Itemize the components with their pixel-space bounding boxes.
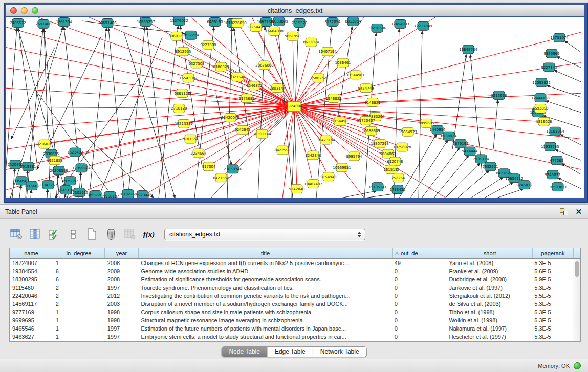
graph-node[interactable]: 20206556 bbox=[50, 166, 68, 175]
table-row[interactable]: 1830029562008Estimation of significance … bbox=[10, 275, 573, 283]
graph-node[interactable]: 19654923 bbox=[399, 127, 417, 136]
column-header-short[interactable]: short bbox=[447, 248, 533, 258]
graph-node[interactable]: 17359924 bbox=[72, 164, 91, 172]
table-row[interactable]: 977716911998Corpus callosum shape and si… bbox=[10, 308, 573, 316]
graph-node[interactable]: 15751074 bbox=[550, 33, 569, 42]
tab-network-table[interactable]: Network Table bbox=[313, 347, 366, 357]
graph-node[interactable]: 677265 bbox=[550, 156, 564, 165]
scrollbar-thumb[interactable] bbox=[575, 261, 579, 277]
table-selector-dropdown[interactable]: citations_edges.txt bbox=[164, 229, 365, 240]
graph-node[interactable]: 1921858 bbox=[47, 156, 62, 165]
citation-network-graph[interactable]: 2405572269140618613042069140610653257152… bbox=[6, 17, 584, 198]
graph-node[interactable]: 16543382 bbox=[179, 74, 198, 82]
graph-node[interactable]: 16033809 bbox=[270, 17, 288, 26]
network-canvas[interactable]: 2405572269140618613042069140610653257152… bbox=[6, 17, 584, 198]
graph-node[interactable]: 10407497 bbox=[304, 180, 322, 188]
graph-node[interactable]: 10969951 bbox=[333, 163, 351, 172]
graph-node[interactable]: 9975887 bbox=[62, 177, 78, 185]
column-header-pagerank[interactable]: pagerank bbox=[533, 248, 574, 258]
graph-node[interactable]: 2935114 bbox=[473, 155, 489, 163]
graph-node[interactable]: 16604098 bbox=[265, 27, 284, 35]
graph-node[interactable]: 23676068 bbox=[255, 61, 274, 70]
graph-node[interactable]: 917004 bbox=[202, 162, 216, 171]
graph-node[interactable]: 8132054 bbox=[324, 17, 341, 26]
graph-node[interactable]: 9327503 bbox=[188, 59, 204, 68]
graph-node[interactable]: 1946822 bbox=[325, 94, 341, 103]
column-visibility-icon[interactable] bbox=[28, 228, 42, 241]
function-builder-icon[interactable]: f(x) bbox=[142, 228, 156, 241]
graph-node[interactable]: 16648784 bbox=[459, 45, 477, 54]
graph-node[interactable]: 1861304 bbox=[56, 17, 72, 26]
graph-node[interactable]: 9216026 bbox=[36, 140, 52, 148]
graph-node[interactable]: 9899695 bbox=[418, 119, 434, 127]
graph-node[interactable]: 1615132 bbox=[383, 165, 399, 174]
table-row[interactable]: 1938455462009Genome-wide association stu… bbox=[10, 267, 573, 275]
graph-node[interactable]: 3919381 bbox=[20, 162, 36, 171]
graph-node[interactable]: 8215958 bbox=[491, 91, 507, 100]
graph-node[interactable]: 1316026 bbox=[536, 117, 552, 126]
delete-table-icon[interactable] bbox=[104, 228, 118, 241]
graph-node[interactable]: 8107554 bbox=[182, 135, 199, 143]
graph-node[interactable]: 20691406 bbox=[98, 18, 117, 27]
graph-node[interactable]: 9884067 bbox=[380, 149, 396, 158]
selection-mode-icon[interactable] bbox=[47, 228, 61, 241]
graph-node[interactable]: 10688609 bbox=[362, 126, 380, 135]
graph-node[interactable]: 19958187 bbox=[101, 192, 119, 198]
table-row[interactable]: 2242004622012Investigating the contribut… bbox=[10, 292, 573, 300]
import-table-icon[interactable] bbox=[123, 228, 137, 241]
graph-node[interactable]: 1154490 bbox=[332, 117, 347, 125]
new-table-icon[interactable] bbox=[85, 228, 99, 241]
column-header-in_degree[interactable]: in_degree bbox=[53, 248, 105, 258]
graph-node[interactable]: 9861128 bbox=[174, 89, 190, 98]
graph-node[interactable]: 9329966 bbox=[543, 49, 559, 58]
graph-node[interactable]: 252254 bbox=[391, 173, 405, 182]
graph-node[interactable]: 8186328 bbox=[213, 62, 229, 71]
graph-node[interactable]: 10593821 bbox=[549, 183, 567, 191]
graph-node[interactable]: 9245012 bbox=[516, 181, 532, 189]
graph-node[interactable]: 15135141 bbox=[368, 183, 387, 191]
graph-node[interactable]: 9146821 bbox=[364, 98, 380, 107]
table-row[interactable]: 946554611997Estimation of the future num… bbox=[10, 324, 573, 333]
graph-node[interactable]: 9242845 bbox=[234, 125, 250, 134]
graph-node[interactable]: 1115682 bbox=[24, 182, 39, 190]
graph-node[interactable]: 12103054 bbox=[546, 127, 564, 136]
memory-status-indicator[interactable] bbox=[574, 362, 581, 369]
table-settings-icon[interactable] bbox=[9, 228, 24, 241]
table-row[interactable]: 1456911722003Disruption of a novel membe… bbox=[10, 300, 573, 308]
column-header-out_de[interactable]: △out_de... bbox=[393, 248, 447, 258]
graph-node[interactable]: 9227343 bbox=[541, 63, 557, 72]
graph-node[interactable]: 7857224 bbox=[183, 31, 199, 39]
graph-node[interactable]: 6120746 bbox=[387, 157, 403, 166]
table-row[interactable]: 911546021997Tourette syndrome. Phenomeno… bbox=[10, 283, 573, 292]
graph-node[interactable]: 21053346 bbox=[224, 165, 242, 173]
graph-node[interactable]: 15276022 bbox=[170, 17, 188, 25]
close-panel-icon[interactable]: ✕ bbox=[575, 208, 582, 215]
graph-node[interactable]: 8912955 bbox=[175, 47, 191, 56]
graph-node[interactable]: 1086461 bbox=[335, 58, 351, 67]
graph-node[interactable]: 1593858 bbox=[532, 104, 548, 113]
graph-node[interactable]: 1588252 bbox=[310, 74, 326, 82]
graph-node[interactable]: 9245032 bbox=[545, 170, 560, 179]
column-header-title[interactable]: title bbox=[139, 248, 393, 258]
float-panel-icon[interactable] bbox=[560, 208, 568, 215]
graph-node[interactable]: 1546871 bbox=[246, 81, 262, 90]
graph-node[interactable]: 12213389 bbox=[175, 119, 193, 128]
graph-node[interactable]: 8995794 bbox=[346, 152, 362, 161]
column-header-year[interactable]: year bbox=[105, 248, 139, 258]
graph-node[interactable]: 2691406 bbox=[35, 19, 51, 28]
graph-node[interactable]: 9175685 bbox=[238, 94, 254, 103]
window-titlebar[interactable]: citations_edges.txt bbox=[6, 5, 584, 16]
graph-node[interactable]: 18302144 bbox=[253, 129, 271, 138]
tab-edge-table[interactable]: Edge Table bbox=[267, 347, 313, 357]
graph-node[interactable]: 8422552 bbox=[274, 146, 290, 155]
graph-node[interactable]: 12454933 bbox=[391, 19, 409, 28]
tab-node-table[interactable]: Node Table bbox=[222, 347, 267, 357]
column-header-name[interactable]: name bbox=[10, 248, 53, 258]
graph-node[interactable]: 9227508 bbox=[200, 40, 216, 49]
vertical-scrollbar[interactable] bbox=[573, 259, 580, 341]
graph-node[interactable]: 10407194 bbox=[318, 47, 337, 56]
graph-node[interactable]: 10653257 bbox=[137, 17, 155, 26]
table-row[interactable]: 1872400712008Changes of HCN gene express… bbox=[10, 259, 573, 267]
graph-node[interactable]: 9327548 bbox=[229, 73, 245, 81]
graph-node[interactable]: 9242848 bbox=[289, 185, 304, 193]
